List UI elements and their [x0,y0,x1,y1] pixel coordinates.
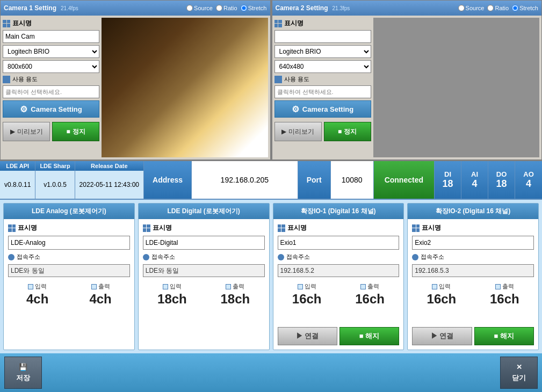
module2-input-col: 입력 18ch [143,282,201,307]
module1-addr-input[interactable] [8,264,130,277]
stop-icon: ■ [66,128,70,135]
module3-addr-label: 접속주소 [278,253,400,261]
module4-input-label: 입력 [432,282,451,291]
address-input[interactable] [191,161,298,199]
save-button[interactable]: 💾 저장 [4,357,42,389]
module1-header: LDE Analog (로봇제어기) [4,204,134,219]
camera1-radio-ratio[interactable]: Ratio [216,5,237,11]
camera2-display-input[interactable] [274,30,371,43]
camera2-resolution-select[interactable]: 640x480 [274,60,371,73]
camera2-body: 표시명 Logitech BRIO 640x480 사용 용도 [272,16,542,159]
address-section: Address [144,161,298,199]
link-icon-m3 [278,254,284,260]
camera1-usage-input[interactable] [3,85,99,98]
port-label: Port [298,161,330,199]
link-icon-m2 [143,254,149,260]
camera2-stop-button[interactable]: ■ 정지 [324,122,371,141]
camera2-radio-ratio[interactable]: Ratio [487,5,509,11]
module2-input-label: 입력 [163,282,182,291]
module1-display-label: 표시명 [8,223,130,233]
port-section: Port [298,161,374,199]
module4-addr-label: 접속주소 [412,253,534,261]
module4-display-input[interactable] [412,236,534,250]
camera2-usage-input[interactable] [274,85,371,98]
camera1-preview [102,18,268,157]
module1-display-input[interactable] [8,236,130,250]
module2-display-input[interactable] [143,236,265,250]
camera1-feed [102,18,268,157]
module3-addr-input[interactable] [278,264,400,277]
camera2-preview-button[interactable]: ▶ 미리보기 [274,122,322,141]
module2-display-label: 표시명 [143,223,265,233]
bottom-bar: 💾 저장 ✕ 닫기 [0,353,542,392]
module4-addr-input[interactable] [412,264,534,277]
module2-body: 표시명 접속주소 입력 18ch [139,219,269,350]
camera1-header: Camera 1 Setting 21.4fps Source Ratio St… [1,1,270,16]
camera1-resolution-select[interactable]: 800x600 [3,60,99,73]
module4-input-col: 입력 16ch [412,282,471,307]
module2-addr-label: 접속주소 [143,253,265,261]
module2-panel: LDE Digital (로봇제어기) 표시명 접속주소 [138,203,270,350]
camera1-controls: 표시명 Logitech BRIO 800x600 사용 용도 [3,18,99,157]
module3-action-btns: ▶ 연결 ■ 해지 [278,324,400,345]
module2-output-col: 출력 18ch [206,282,264,307]
module4-output-value: 16ch [490,292,519,307]
io-badges: DI 18 AI 4 DO 18 AO 4 [435,161,542,199]
camera1-setting-button[interactable]: ⚙ Camera Setting [3,100,99,118]
play-icon2: ▶ [281,128,286,135]
address-label: Address [144,161,191,199]
camera2-radio-source[interactable]: Source [458,5,485,11]
gear-icon2: ⚙ [292,104,299,114]
camera2-radio-stretch[interactable]: Stretch [512,5,538,11]
camera1-device-select[interactable]: Logitech BRIO [3,45,99,58]
play-icon: ▶ [10,128,15,135]
module4-io-row: 입력 16ch 출력 16ch [412,282,534,307]
do-badge: DO 18 [488,161,515,199]
connected-badge: Connected [374,161,435,199]
camera1-radio-source[interactable]: Source [186,5,213,11]
camera1-radio-group: Source Ratio Stretch [186,5,266,11]
grid-icon2 [274,20,282,27]
module2-output-label: 출력 [226,282,244,291]
module4-header: 확장IO-2 (Digital 16 채널) [408,204,538,219]
camera2-preview [373,18,540,157]
port-input[interactable] [330,161,373,199]
camera2-title: Camera 2 Setting [276,4,328,12]
grid-icon [3,20,10,27]
module1-addr-label: 접속주소 [8,253,130,261]
module1-io-row: 입력 4ch 출력 4ch [8,282,130,307]
module2-addr-input[interactable] [143,264,265,277]
module3-disconnect-button[interactable]: ■ 해지 [339,327,399,345]
camera2-device-select[interactable]: Logitech BRIO [274,45,371,58]
close-button[interactable]: ✕ 닫기 [500,357,538,389]
module3-output-label: 출력 [360,282,379,291]
module4-connect-button[interactable]: ▶ 연결 [412,327,472,345]
camera1-bottom-btns: ▶ 미리보기 ■ 정지 [3,122,99,141]
module4-panel: 확장IO-2 (Digital 16 채널) 표시명 접속주소 [407,203,539,350]
module3-body: 표시명 접속주소 입력 16ch [273,219,404,350]
module2-output-value: 18ch [220,292,250,307]
module4-disconnect-button[interactable]: ■ 해지 [474,327,534,345]
camera1-stop-button[interactable]: ■ 정지 [52,122,99,141]
module3-connect-button[interactable]: ▶ 연결 [278,327,337,345]
module2-io-row: 입력 18ch 출력 18ch [143,282,265,307]
camera1-radio-stretch[interactable]: Stretch [241,5,267,11]
camera2-feed [373,18,540,157]
grid-icon-m1 [8,224,16,232]
module2-header: LDE Digital (로봇제어기) [139,204,269,219]
module3-io-row: 입력 16ch 출력 16ch [278,282,400,307]
camera2-fps: 21.3fps [333,5,350,11]
ao-badge: AO 4 [515,161,542,199]
camera2-radio-group: Source Ratio Stretch [458,5,538,11]
camera2-panel: Camera 2 Setting 21.3fps Source Ratio St… [272,0,543,160]
module3-display-input[interactable] [278,236,400,250]
camera2-header: Camera 2 Setting 21.3fps Source Ratio St… [272,1,542,16]
camera1-preview-button[interactable]: ▶ 미리보기 [3,122,50,141]
module1-input-label: 입력 [28,282,47,291]
output-icon-m2 [226,284,231,289]
module1-body: 표시명 접속주소 입력 4ch [4,219,134,350]
lde-sharp-section: LDE Sharp v1.0.0.5 [35,161,75,199]
camera1-display-input[interactable] [3,30,99,43]
camera2-setting-button[interactable]: ⚙ Camera Setting [274,100,371,118]
module4-action-btns: ▶ 연결 ■ 해지 [412,324,534,345]
